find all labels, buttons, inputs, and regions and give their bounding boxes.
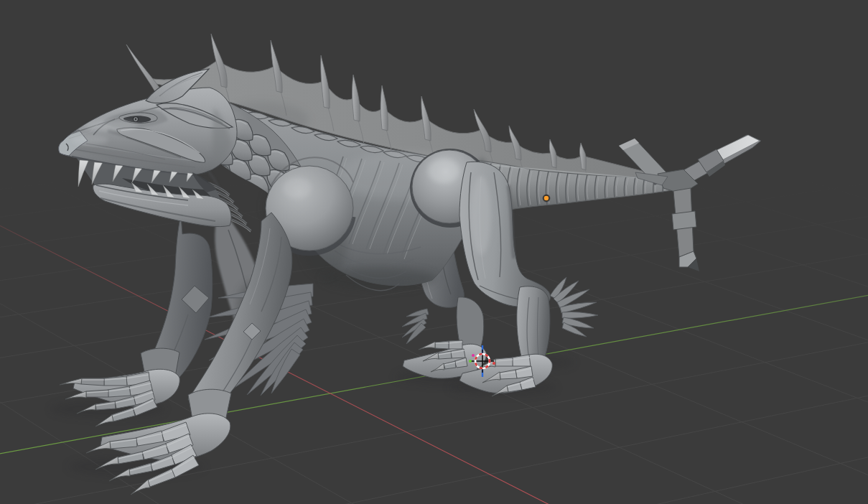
thigh-sheen <box>471 176 491 255</box>
cursor-dot-red <box>493 362 495 365</box>
object-origin[interactable] <box>543 195 551 202</box>
origin-dot <box>543 195 549 201</box>
tail-prong-down-collar <box>672 211 696 230</box>
hip-highlight <box>428 159 459 183</box>
cursor-dot-pink <box>472 354 475 357</box>
cursor-dot-green <box>469 360 472 363</box>
toe-segment <box>495 358 513 366</box>
toe-segment <box>435 341 449 349</box>
blender-3d-viewport[interactable] <box>0 0 868 504</box>
shoulder-highlight <box>283 177 312 199</box>
toe-segment <box>86 390 108 397</box>
near-hind-metatarsus <box>517 286 550 362</box>
eye-pupil <box>135 118 137 121</box>
